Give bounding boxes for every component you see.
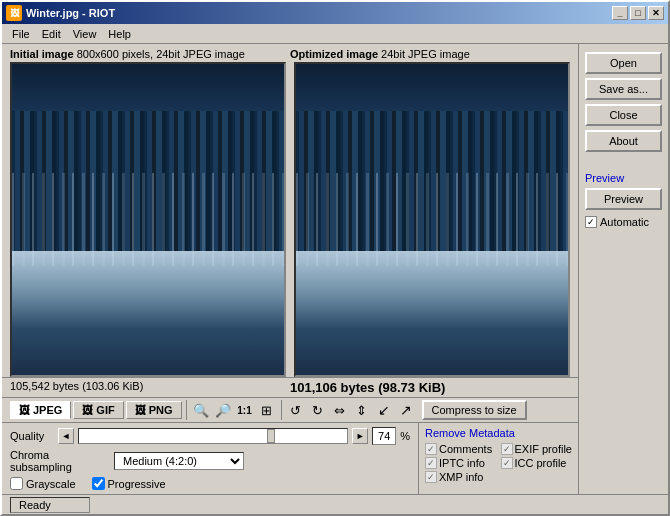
bottom-right: Remove Metadata Comments EXIF profile: [418, 423, 578, 494]
preview-section-label: Preview: [585, 172, 662, 184]
zoom-in-icon[interactable]: 🔍: [191, 400, 211, 420]
status-panel: Ready: [10, 497, 90, 513]
optimized-file-size: 101,106 bytes (98.73 KiB): [290, 380, 570, 395]
fit-window-icon[interactable]: ⊞: [257, 400, 277, 420]
exif-label: EXIF profile: [515, 443, 572, 455]
quality-percent-symbol: %: [400, 430, 410, 442]
comments-label: Comments: [439, 443, 492, 455]
snow-trees-optimized: [296, 173, 568, 266]
progressive-checkbox[interactable]: [92, 477, 105, 490]
bottom-left: Quality ◄ ► 74 % Chroma subsampling: [2, 423, 418, 494]
grayscale-label: Grayscale: [26, 478, 76, 490]
title-bar-left: 🖼 Winter.jpg - RIOT: [6, 5, 115, 21]
iptc-checkbox[interactable]: [425, 457, 437, 469]
optimized-image-canvas: [296, 64, 568, 375]
chroma-select[interactable]: Low (4:1:1) Medium (4:2:0) High (4:4:4) …: [114, 452, 244, 470]
gif-tab-label: GIF: [96, 404, 114, 416]
close-file-button[interactable]: Close: [585, 104, 662, 126]
optimized-image-header: Optimized image 24bit JPEG image: [290, 48, 570, 60]
progressive-check[interactable]: Progressive: [92, 477, 166, 490]
progressive-label: Progressive: [108, 478, 166, 490]
exif-checkbox[interactable]: [501, 443, 513, 455]
flip-h-icon[interactable]: ⇔: [330, 400, 350, 420]
tab-gif[interactable]: 🖼 GIF: [73, 401, 123, 419]
open-button[interactable]: Open: [585, 52, 662, 74]
quality-row: Quality ◄ ► 74 %: [10, 427, 410, 445]
quality-value[interactable]: 74: [372, 427, 396, 445]
flip-v-icon[interactable]: ⇕: [352, 400, 372, 420]
compress-to-size-button[interactable]: Compress to size: [422, 400, 527, 420]
close-button[interactable]: ✕: [648, 6, 664, 20]
tab-png[interactable]: 🖼 PNG: [126, 401, 182, 419]
undo-icon[interactable]: ↺: [286, 400, 306, 420]
one-to-one-icon[interactable]: 1:1: [235, 400, 255, 420]
sidebar-divider: [585, 156, 662, 164]
meta-exif[interactable]: EXIF profile: [501, 443, 573, 455]
toolbar-sep-2: [281, 400, 282, 420]
initial-file-size: 105,542 bytes (103.06 KiB): [10, 380, 290, 395]
quality-slider-track[interactable]: [78, 428, 348, 444]
rotate-r-icon[interactable]: ↗: [396, 400, 416, 420]
automatic-check[interactable]: Automatic: [585, 216, 649, 228]
xmp-checkbox[interactable]: [425, 471, 437, 483]
snow-trees-initial: [12, 173, 284, 266]
xmp-label: XMP info: [439, 471, 483, 483]
png-tab-icon: 🖼: [135, 404, 146, 416]
preview-button[interactable]: Preview: [585, 188, 662, 210]
quality-label: Quality: [10, 430, 54, 442]
meta-comments[interactable]: Comments: [425, 443, 497, 455]
redo-icon[interactable]: ↻: [308, 400, 328, 420]
bottom-panel: Quality ◄ ► 74 % Chroma subsampling: [2, 423, 418, 494]
quality-decrease-button[interactable]: ◄: [58, 428, 74, 444]
grayscale-check[interactable]: Grayscale: [10, 477, 76, 490]
icc-label: ICC profile: [515, 457, 567, 469]
menu-help[interactable]: Help: [102, 26, 137, 42]
initial-image-panel[interactable]: [10, 62, 286, 377]
chroma-row: Chroma subsampling Low (4:1:1) Medium (4…: [10, 449, 410, 473]
jpeg-tab-label: JPEG: [33, 404, 62, 416]
remove-metadata-title: Remove Metadata: [425, 427, 572, 439]
main-content: Initial image 800x600 pixels, 24bit JPEG…: [2, 44, 668, 494]
status-bar: Ready: [2, 494, 668, 514]
minimize-button[interactable]: _: [612, 6, 628, 20]
bottom-area: Quality ◄ ► 74 % Chroma subsampling: [2, 423, 578, 494]
title-buttons: _ □ ✕: [612, 6, 664, 20]
optimized-image-panel[interactable]: [294, 62, 570, 377]
jpeg-tab-icon: 🖼: [19, 404, 30, 416]
sidebar: Open Save as... Close About Preview Prev…: [578, 44, 668, 494]
menu-file[interactable]: File: [6, 26, 36, 42]
title-bar: 🖼 Winter.jpg - RIOT _ □ ✕: [2, 2, 668, 24]
meta-iptc[interactable]: IPTC info: [425, 457, 497, 469]
initial-image-header: Initial image 800x600 pixels, 24bit JPEG…: [10, 48, 290, 60]
iptc-label: IPTC info: [439, 457, 485, 469]
quality-increase-button[interactable]: ►: [352, 428, 368, 444]
status-text: Ready: [19, 499, 51, 511]
initial-image-canvas: [12, 64, 284, 375]
app-icon: 🖼: [6, 5, 22, 21]
meta-xmp[interactable]: XMP info: [425, 471, 497, 483]
menu-bar: File Edit View Help: [2, 24, 668, 44]
png-tab-label: PNG: [149, 404, 173, 416]
menu-edit[interactable]: Edit: [36, 26, 67, 42]
quality-slider-thumb[interactable]: [267, 429, 275, 443]
about-button[interactable]: About: [585, 130, 662, 152]
window-title: Winter.jpg - RIOT: [26, 7, 115, 19]
comments-checkbox[interactable]: [425, 443, 437, 455]
rotate-l-icon[interactable]: ↙: [374, 400, 394, 420]
initial-image-label: Initial image: [10, 48, 74, 60]
tab-jpeg[interactable]: 🖼 JPEG: [10, 401, 71, 419]
save-as-button[interactable]: Save as...: [585, 78, 662, 100]
optimized-image-info: 24bit JPEG image: [381, 48, 470, 60]
menu-view[interactable]: View: [67, 26, 103, 42]
zoom-out-icon[interactable]: 🔎: [213, 400, 233, 420]
initial-image-info: 800x600 pixels, 24bit JPEG image: [77, 48, 245, 60]
toolbar-row: 🖼 JPEG 🖼 GIF 🖼 PNG 🔍 🔎 1:1 ⊞ ↺ ↻: [2, 398, 578, 423]
meta-icc[interactable]: ICC profile: [501, 457, 573, 469]
image-headers: Initial image 800x600 pixels, 24bit JPEG…: [2, 44, 578, 62]
automatic-checkbox[interactable]: [585, 216, 597, 228]
grayscale-checkbox[interactable]: [10, 477, 23, 490]
images-area: Initial image 800x600 pixels, 24bit JPEG…: [2, 44, 578, 494]
maximize-button[interactable]: □: [630, 6, 646, 20]
metadata-grid: Comments EXIF profile IPTC info ICC: [425, 443, 572, 483]
icc-checkbox[interactable]: [501, 457, 513, 469]
